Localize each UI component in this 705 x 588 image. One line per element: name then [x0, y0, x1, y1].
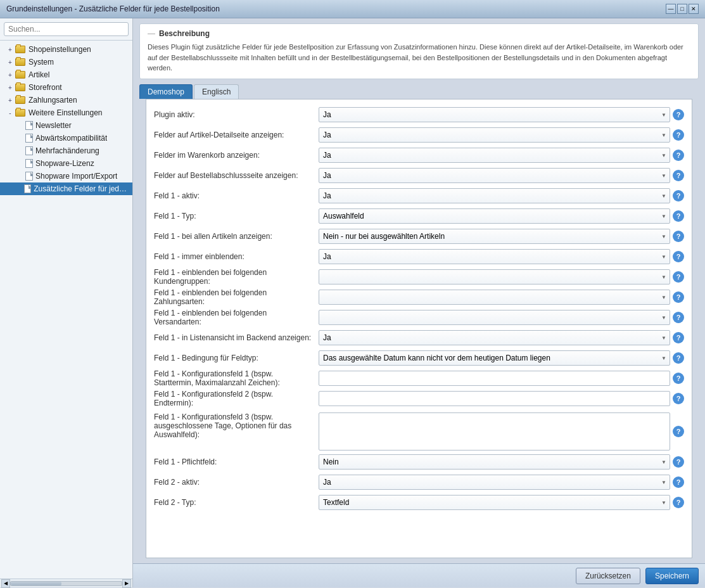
label-feld1-bedingung: Feld 1 - Bedingung für Feldtyp: — [154, 354, 319, 362]
sidebar-item-system[interactable]: +System — [0, 56, 132, 68]
close-button[interactable]: ✕ — [689, 4, 699, 14]
help-button-felder-artikel[interactable]: ? — [673, 129, 684, 141]
sidebar-item-weitere-einstellungen[interactable]: -Weitere Einstellungen — [0, 106, 132, 119]
select-feld1-alle-artikel[interactable]: JaNein - nur bei ausgewählten Artikeln — [319, 229, 670, 244]
select-feld1-aktiv[interactable]: JaNein — [319, 188, 670, 203]
sidebar-item-import-export[interactable]: Shopware Import/Export — [0, 170, 132, 182]
select-felder-bestellabschluss[interactable]: JaNein — [319, 168, 670, 183]
sidebar-item-label: Mehrfachänderung — [35, 146, 99, 155]
label-feld1-konfig3: Feld 1 - Konfigurationsfeld 3 (bspw. aus… — [154, 412, 319, 439]
help-button-feld1-immer[interactable]: ? — [673, 251, 684, 262]
form-row-felder-warenkorb: Felder im Warenkorb anzeigen:JaNein? — [154, 146, 684, 164]
sidebar-item-mehrfach[interactable]: Mehrfachänderung — [0, 144, 132, 157]
help-button-feld1-listenansicht[interactable]: ? — [673, 332, 684, 343]
minimize-button[interactable]: — — [666, 4, 676, 14]
sidebar-item-storefront[interactable]: +Storefront — [0, 81, 132, 94]
sidebar-item-zusaetzliche[interactable]: Zusätzliche Felder für jede Be... — [0, 182, 132, 195]
help-button-feld1-alle-artikel[interactable]: ? — [673, 231, 684, 242]
select-felder-warenkorb[interactable]: JaNein — [319, 148, 670, 163]
control-wrap-feld2-aktiv: JaNein? — [319, 475, 684, 490]
control-wrap-felder-bestellabschluss: JaNein? — [319, 168, 684, 183]
folder-icon — [15, 83, 27, 92]
scroll-thumb[interactable] — [11, 582, 61, 585]
form-row-feld1-konfig1: Feld 1 - Konfigurationsfeld 1 (bspw. Sta… — [154, 369, 684, 387]
sidebar-item-label: Shopware-Lizenz — [35, 159, 94, 168]
sidebar-item-zahlungsarten[interactable]: +Zahlungsarten — [0, 94, 132, 106]
tab-englisch[interactable]: Englisch — [194, 84, 239, 99]
tree-expander[interactable]: + — [5, 70, 15, 80]
control-wrap-feld1-typ: AuswahlfeldTextfeldDatumsfeld? — [319, 208, 684, 224]
tree-expander[interactable]: - — [5, 108, 15, 118]
sidebar-item-shopeinstellungen[interactable]: +Shopeinstellungen — [0, 43, 132, 56]
input-feld1-konfig1[interactable] — [319, 371, 670, 386]
label-feld1-kundengruppen: Feld 1 - einblenden bei folgenden Kunden… — [154, 268, 319, 286]
select-felder-artikel[interactable]: JaNein — [319, 127, 670, 143]
help-button-feld1-konfig2[interactable]: ? — [673, 393, 684, 404]
control-wrap-plugin-aktiv: JaNein? — [319, 107, 684, 122]
select-feld1-pflichtfeld[interactable]: JaNein — [319, 454, 670, 470]
tree-expander[interactable]: + — [5, 82, 15, 93]
help-button-feld1-typ[interactable]: ? — [673, 210, 684, 222]
form-row-feld2-aktiv: Feld 2 - aktiv:JaNein? — [154, 473, 684, 491]
select-feld1-bedingung[interactable]: Das ausgewählte Datum kann nicht vor dem… — [319, 350, 670, 366]
description-text: Dieses Plugin fügt zusätzliche Felder fü… — [148, 42, 690, 74]
select-wrapper-felder-warenkorb: JaNein — [319, 148, 670, 163]
select-feld1-immer[interactable]: JaNein — [319, 249, 670, 264]
help-button-feld1-aktiv[interactable]: ? — [673, 190, 684, 201]
tree-expander[interactable]: + — [5, 95, 15, 105]
sidebar-search-container — [0, 18, 132, 41]
select-wrapper-feld1-zahlungsarten — [319, 290, 670, 305]
input-feld1-konfig2[interactable] — [319, 391, 670, 406]
help-button-feld1-bedingung[interactable]: ? — [673, 352, 684, 364]
search-input[interactable] — [4, 22, 129, 36]
control-wrap-feld1-konfig1: ? — [319, 371, 684, 386]
select-feld2-typ[interactable]: AuswahlfeldTextfeldDatumsfeld — [319, 495, 670, 510]
help-button-feld1-konfig1[interactable]: ? — [673, 373, 684, 384]
help-button-feld1-pflichtfeld[interactable]: ? — [673, 456, 684, 468]
doc-icon — [25, 121, 33, 130]
form-row-feld1-kundengruppen: Feld 1 - einblenden bei folgenden Kunden… — [154, 268, 684, 286]
label-felder-bestellabschluss: Felder auf Bestellabschlussseite anzeige… — [154, 171, 319, 180]
tree-expander — [15, 146, 25, 156]
select-wrapper-feld1-bedingung: Das ausgewählte Datum kann nicht vor dem… — [319, 350, 670, 366]
select-feld2-aktiv[interactable]: JaNein — [319, 475, 670, 490]
sidebar-item-artikel[interactable]: +Artikel — [0, 68, 132, 81]
tree-expander — [15, 158, 25, 169]
select-wrapper-feld1-immer: JaNein — [319, 249, 670, 264]
select-feld1-kundengruppen[interactable] — [319, 269, 670, 284]
title-bar: Grundeinstellungen - Zusätzliche Felder … — [0, 0, 705, 18]
tree-expander — [15, 120, 25, 131]
sidebar-item-lizenz[interactable]: Shopware-Lizenz — [0, 157, 132, 170]
tab-demoshop[interactable]: Demoshop — [139, 84, 193, 99]
help-button-feld1-versandarten[interactable]: ? — [673, 312, 684, 323]
select-feld1-typ[interactable]: AuswahlfeldTextfeldDatumsfeld — [319, 208, 670, 224]
scroll-right-button[interactable]: ▶ — [122, 579, 131, 588]
help-button-felder-warenkorb[interactable]: ? — [673, 150, 684, 161]
textarea-feld1-konfig3[interactable] — [319, 412, 670, 451]
select-feld1-zahlungsarten[interactable] — [319, 290, 670, 305]
tree-expander[interactable]: + — [5, 44, 15, 54]
label-felder-artikel: Felder auf Artikel-Detailseite anzeigen: — [154, 131, 319, 139]
select-plugin-aktiv[interactable]: JaNein — [319, 107, 670, 122]
sidebar-item-newsletter[interactable]: Newsletter — [0, 119, 132, 132]
sidebar-item-abwaerts[interactable]: Abwärtskompatibilität — [0, 132, 132, 144]
window-title: Grundeinstellungen - Zusätzliche Felder … — [6, 4, 220, 13]
help-button-feld2-typ[interactable]: ? — [673, 497, 684, 508]
help-button-plugin-aktiv[interactable]: ? — [673, 109, 684, 120]
tree-expander[interactable]: + — [5, 57, 15, 67]
select-feld1-versandarten[interactable] — [319, 310, 670, 325]
reset-button[interactable]: Zurücksetzen — [576, 568, 640, 584]
control-wrap-feld1-aktiv: JaNein? — [319, 188, 684, 203]
label-feld1-aktiv: Feld 1 - aktiv: — [154, 191, 319, 200]
help-button-feld1-zahlungsarten[interactable]: ? — [673, 291, 684, 303]
help-button-feld1-kundengruppen[interactable]: ? — [673, 271, 684, 283]
scroll-left-button[interactable]: ◀ — [1, 579, 10, 588]
help-button-felder-bestellabschluss[interactable]: ? — [673, 170, 684, 181]
save-button[interactable]: Speichern — [645, 568, 699, 584]
select-wrapper-feld1-aktiv: JaNein — [319, 188, 670, 203]
select-feld1-listenansicht[interactable]: JaNein — [319, 330, 670, 345]
folder-icon — [15, 108, 27, 117]
help-button-feld1-konfig3[interactable]: ? — [673, 426, 684, 437]
maximize-button[interactable]: □ — [677, 4, 687, 14]
help-button-feld2-aktiv[interactable]: ? — [673, 476, 684, 488]
